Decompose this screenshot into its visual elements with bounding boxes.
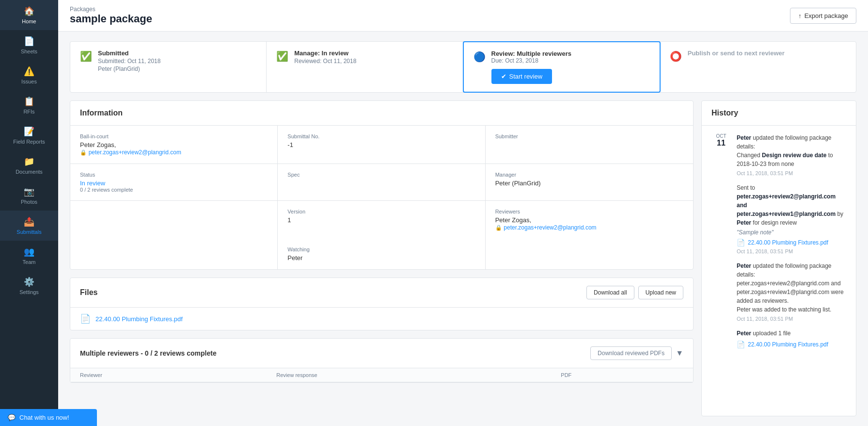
sidebar-item-submittals[interactable]: 📤 Submittals xyxy=(0,211,58,241)
ball-in-court-label: Ball-in-court xyxy=(80,133,268,139)
history-actor-1d: Peter xyxy=(737,330,751,337)
submitter-label: Submitter xyxy=(495,133,683,139)
reviewers-name: Peter Zogas, xyxy=(495,216,683,224)
step-title-review: Review: Multiple reviewers xyxy=(491,50,650,57)
photos-icon: 📷 xyxy=(24,186,34,197)
step-content-publish: Publish or send to next reviewer xyxy=(688,49,846,57)
watching-label: Watching xyxy=(287,246,475,252)
spec-label: Spec xyxy=(287,172,475,178)
workflow-step-manage: ✅ Manage: In review Reviewed: Oct 11, 20… xyxy=(267,42,463,92)
reviewers-header: Multiple reviewers - 0 / 2 reviews compl… xyxy=(70,339,693,368)
history-file-name-1b: 22.40.00 Plumbing Fixtures.pdf xyxy=(748,239,828,246)
history-file-1d[interactable]: 📄 22.40.00 Plumbing Fixtures.pdf xyxy=(737,341,846,348)
history-text-1c: Peter updated the following package deta… xyxy=(737,262,846,314)
pdf-icon: 📄 xyxy=(80,313,91,324)
sidebar-item-settings[interactable]: ⚙️ Settings xyxy=(0,271,58,301)
reviewers-email: 🔒 peter.zogas+review2@plangrid.com xyxy=(495,224,683,231)
reviewers-label: Reviewers xyxy=(495,209,683,214)
workflow-step-publish: ⭕ Publish or send to next reviewer xyxy=(660,42,856,92)
sidebar-item-team[interactable]: 👥 Team xyxy=(0,241,58,271)
step-content-submitted: Submitted Submitted: Oct 11, 2018 Peter … xyxy=(98,49,256,72)
chat-icon: 💬 xyxy=(8,414,16,421)
chat-bar[interactable]: 💬 Chat with us now! xyxy=(0,409,97,426)
start-review-button[interactable]: ✔ Start review xyxy=(491,69,552,84)
issues-icon: ⚠️ xyxy=(24,66,34,77)
files-card: Files Download all Upload new 📄 22.40.00… xyxy=(70,278,694,330)
step-content-manage: Manage: In review Reviewed: Oct 11, 2018 xyxy=(294,49,453,65)
history-text-1a: Peter updated the following package deta… xyxy=(737,133,846,168)
history-timestamp-1b: Oct 11, 2018, 03:51 PM xyxy=(737,248,846,254)
ball-in-court-cell: Ball-in-court Peter Zogas, 🔒 peter.zogas… xyxy=(70,126,278,164)
sidebar-item-home[interactable]: 🏠 Home xyxy=(0,0,58,30)
sidebar-item-field-reports[interactable]: 📝 Field Reports xyxy=(0,120,58,150)
reviewers-title: Multiple reviewers - 0 / 2 reviews compl… xyxy=(80,349,217,357)
history-timestamp-1c: Oct 11, 2018, 03:51 PM xyxy=(737,316,846,322)
history-actor-1b: Peter xyxy=(737,219,751,226)
sidebar-item-photos[interactable]: 📷 Photos xyxy=(0,180,58,211)
ball-in-court-name: Peter Zogas, xyxy=(80,141,268,148)
submittal-no-cell: Submittal No. -1 xyxy=(278,126,485,164)
page-title: sample package xyxy=(70,13,152,25)
rfis-icon: 📋 xyxy=(24,96,34,107)
history-panel: History OCT 11 Peter updated the followi… xyxy=(701,100,856,416)
start-review-icon: ✔ xyxy=(501,73,506,80)
history-file-name-1d: 22.40.00 Plumbing Fixtures.pdf xyxy=(748,341,828,348)
sidebar-item-issues[interactable]: ⚠️ Issues xyxy=(0,60,58,90)
information-card: Information Ball-in-court Peter Zogas, 🔒… xyxy=(70,100,694,270)
file-name[interactable]: 22.40.00 Plumbing Fixtures.pdf xyxy=(95,315,183,323)
collapse-reviewers-button[interactable]: ▼ xyxy=(676,349,683,358)
history-actor-1a: Peter xyxy=(737,134,751,141)
history-day-1: 11 xyxy=(711,139,731,147)
spec-cell: Spec xyxy=(278,164,485,201)
export-icon: ↑ xyxy=(798,12,802,19)
history-content-1: Peter updated the following package deta… xyxy=(737,133,846,348)
team-icon: 👥 xyxy=(24,246,34,257)
version-value: 1 xyxy=(287,216,475,224)
sidebar-item-documents[interactable]: 📁 Documents xyxy=(0,150,58,180)
submitter-cell: Submitter xyxy=(486,126,693,164)
step-active-icon: 🔵 xyxy=(473,51,486,63)
files-actions: Download all Upload new xyxy=(586,286,683,299)
history-body: OCT 11 Peter updated the following packa… xyxy=(702,126,856,416)
reviewers-actions: Download reviewed PDFs ▼ xyxy=(590,346,683,360)
empty-cell-1 xyxy=(70,201,278,239)
download-reviewed-pdfs-button[interactable]: Download reviewed PDFs xyxy=(590,346,672,360)
left-panel: Information Ball-in-court Peter Zogas, 🔒… xyxy=(70,100,694,416)
history-timestamp-1a: Oct 11, 2018, 03:51 PM xyxy=(737,170,846,176)
lock-icon-2: 🔒 xyxy=(495,225,502,230)
files-header: Files Download all Upload new xyxy=(70,278,693,307)
manager-label: Manager xyxy=(495,172,683,178)
pdf-col-header: PDF xyxy=(551,368,693,382)
sidebar-item-sheets[interactable]: 📄 Sheets xyxy=(0,30,58,60)
step-sub2-submitted: Peter (PlanGrid) xyxy=(98,66,256,72)
sheets-icon: 📄 xyxy=(24,36,34,47)
main-content: Packages sample package ↑ Export package… xyxy=(58,0,868,426)
step-done-icon-2: ✅ xyxy=(276,50,288,62)
empty-cell-2 xyxy=(70,239,278,269)
upload-new-button[interactable]: Upload new xyxy=(638,286,683,299)
download-all-button[interactable]: Download all xyxy=(586,286,634,299)
sidebar-item-rfis[interactable]: 📋 RFIs xyxy=(0,90,58,120)
reviewer-col-header: Reviewer xyxy=(70,368,267,382)
export-package-button[interactable]: ↑ Export package xyxy=(790,8,856,24)
information-header: Information xyxy=(70,101,693,126)
information-grid: Ball-in-court Peter Zogas, 🔒 peter.zogas… xyxy=(70,126,693,269)
reviews-complete: 0 / 2 reviews complete xyxy=(80,187,268,193)
manager-value: Peter (PlanGrid) xyxy=(495,180,683,187)
home-icon: 🏠 xyxy=(24,6,34,16)
history-note-1b: "Sample note" xyxy=(737,229,846,236)
watching-value: Peter xyxy=(287,254,475,262)
history-file-1b[interactable]: 📄 22.40.00 Plumbing Fixtures.pdf xyxy=(737,239,846,246)
breadcrumb: Packages xyxy=(70,6,152,13)
version-label: Version xyxy=(287,209,475,214)
submittals-icon: 📤 xyxy=(24,216,34,227)
reviewers-cell: Reviewers Peter Zogas, 🔒 peter.zogas+rev… xyxy=(486,201,693,239)
lock-icon-1: 🔒 xyxy=(80,149,87,155)
step-sub1-submitted: Submitted: Oct 11, 2018 xyxy=(98,58,256,65)
history-text-1b: Sent to peter.zogas+review2@plangrid.com… xyxy=(737,183,846,227)
step-due-review: Due: Oct 23, 2018 xyxy=(491,57,650,64)
status-cell: Status In review 0 / 2 reviews complete xyxy=(70,164,278,201)
step-done-icon-1: ✅ xyxy=(80,50,92,62)
history-actor-1c: Peter xyxy=(737,262,751,269)
file-row: 📄 22.40.00 Plumbing Fixtures.pdf xyxy=(70,307,693,330)
